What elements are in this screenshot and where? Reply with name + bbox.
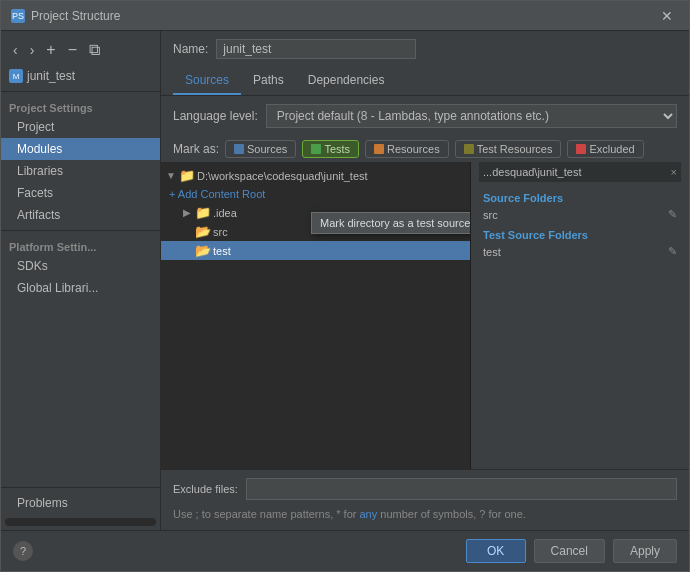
sidebar: ‹ › + − ⧉ M junit_test Project Settings … [1, 31, 161, 530]
tabs-row: Sources Paths Dependencies [161, 67, 689, 96]
add-module-button[interactable]: + [42, 39, 59, 61]
footer-left: ? [13, 539, 33, 563]
title-bar-left: PS Project Structure [11, 9, 120, 23]
test-source-folder-path: test [483, 246, 501, 258]
module-icon: M [9, 69, 23, 83]
project-structure-dialog: PS Project Structure ✕ ‹ › + − ⧉ M junit… [0, 0, 690, 572]
tree-arrow-root: ▼ [165, 170, 177, 181]
tree-arrow-idea: ▶ [181, 207, 193, 218]
lang-select[interactable]: Project default (8 - Lambdas, type annot… [266, 104, 677, 128]
mark-tests-button[interactable]: Tests [302, 140, 359, 158]
mark-resources-button[interactable]: Resources [365, 140, 449, 158]
excluded-color-icon [576, 144, 586, 154]
sidebar-item-facets[interactable]: Facets [1, 182, 160, 204]
tree-src-label: src [213, 226, 228, 238]
name-label: Name: [173, 42, 208, 56]
tree-root-node[interactable]: ▼ 📁 D:\workspace\codesquad\junit_test [161, 166, 470, 185]
lang-row: Language level: Project default (8 - Lam… [161, 96, 689, 136]
name-input[interactable] [216, 39, 416, 59]
app-icon: PS [11, 9, 25, 23]
info-panel: ...desquad\junit_test × Source Folders s… [471, 162, 689, 469]
sidebar-divider [1, 91, 160, 92]
tree-area: ▼ 📁 D:\workspace\codesquad\junit_test + … [161, 162, 689, 469]
tab-paths[interactable]: Paths [241, 67, 296, 95]
add-content-root-button[interactable]: + Add Content Root [161, 185, 470, 203]
mark-as-label: Mark as: [173, 142, 219, 156]
mark-excluded-button[interactable]: Excluded [567, 140, 643, 158]
sidebar-divider-3 [1, 487, 160, 488]
exclude-row: Exclude files: [173, 478, 677, 500]
title-bar: PS Project Structure ✕ [1, 1, 689, 31]
sources-color-icon [234, 144, 244, 154]
close-button[interactable]: ✕ [655, 6, 679, 26]
exclude-label: Exclude files: [173, 483, 238, 495]
info-path: ...desquad\junit_test [483, 166, 581, 178]
test-source-folders-title: Test Source Folders [479, 223, 681, 243]
sidebar-item-global-libs[interactable]: Global Librari... [1, 277, 160, 299]
cancel-button[interactable]: Cancel [534, 539, 605, 563]
help-button[interactable]: ? [13, 541, 33, 561]
exclude-input[interactable] [246, 478, 677, 500]
source-folder-edit-icon[interactable]: ✎ [668, 208, 677, 221]
platform-settings-section: Platform Settin... [1, 235, 160, 255]
idea-folder-icon: 📁 [195, 205, 211, 220]
mark-sources-button[interactable]: Sources [225, 140, 296, 158]
tree-test-label: test [213, 245, 231, 257]
tree-panel: ▼ 📁 D:\workspace\codesquad\junit_test + … [161, 162, 471, 469]
sidebar-item-sdks[interactable]: SDKs [1, 255, 160, 277]
module-name: junit_test [27, 69, 75, 83]
sidebar-module-item[interactable]: M junit_test [1, 65, 160, 87]
mark-test-resources-button[interactable]: Test Resources [455, 140, 562, 158]
sidebar-item-project[interactable]: Project [1, 116, 160, 138]
tree-node-test[interactable]: 📂 test [161, 241, 470, 260]
resources-color-icon [374, 144, 384, 154]
sidebar-scrollbar[interactable] [5, 518, 156, 526]
back-button[interactable]: ‹ [9, 40, 22, 60]
sidebar-item-libraries[interactable]: Libraries [1, 160, 160, 182]
sidebar-item-modules[interactable]: Modules [1, 138, 160, 160]
footer-right: OK Cancel Apply [466, 539, 677, 563]
nav-buttons: ‹ › + − ⧉ [1, 35, 160, 65]
sidebar-item-artifacts[interactable]: Artifacts [1, 204, 160, 226]
src-folder-icon: 📂 [195, 224, 211, 239]
sidebar-divider-2 [1, 230, 160, 231]
bottom-section: Exclude files: Use ; to separate name pa… [161, 469, 689, 531]
forward-button[interactable]: › [26, 40, 39, 60]
project-settings-section: Project Settings [1, 96, 160, 116]
info-panel-header: ...desquad\junit_test × [479, 162, 681, 182]
footer: ? OK Cancel Apply [1, 530, 689, 571]
source-folder-path: src [483, 209, 498, 221]
add-content-root-label: + Add Content Root [169, 188, 265, 200]
tree-root-label: D:\workspace\codesquad\junit_test [197, 170, 368, 182]
test-source-folder-item: test ✎ [479, 243, 681, 260]
source-folder-item: src ✎ [479, 206, 681, 223]
apply-button[interactable]: Apply [613, 539, 677, 563]
tests-color-icon [311, 144, 321, 154]
info-panel-close[interactable]: × [671, 166, 677, 178]
test-source-folder-edit-icon[interactable]: ✎ [668, 245, 677, 258]
hint-any-link[interactable]: any [359, 508, 377, 520]
hint-text: Use ; to separate name patterns, * for a… [173, 506, 677, 523]
name-row: Name: [161, 31, 689, 67]
root-folder-icon: 📁 [179, 168, 195, 183]
tab-sources[interactable]: Sources [173, 67, 241, 95]
lang-label: Language level: [173, 109, 258, 123]
remove-module-button[interactable]: − [64, 39, 81, 61]
right-panel: Name: Sources Paths Dependencies Languag… [161, 31, 689, 530]
tree-idea-label: .idea [213, 207, 237, 219]
tab-dependencies[interactable]: Dependencies [296, 67, 397, 95]
main-content: ‹ › + − ⧉ M junit_test Project Settings … [1, 31, 689, 530]
dialog-title: Project Structure [31, 9, 120, 23]
copy-module-button[interactable]: ⧉ [85, 39, 104, 61]
source-folders-title: Source Folders [479, 186, 681, 206]
test-folder-icon: 📂 [195, 243, 211, 258]
mark-as-row: Mark as: Sources Tests Resources Test Re… [161, 136, 689, 162]
test-resources-color-icon [464, 144, 474, 154]
ok-button[interactable]: OK [466, 539, 526, 563]
sidebar-item-problems[interactable]: Problems [1, 492, 160, 514]
tooltip-mark-test: Mark directory as a test sources root [311, 212, 471, 234]
